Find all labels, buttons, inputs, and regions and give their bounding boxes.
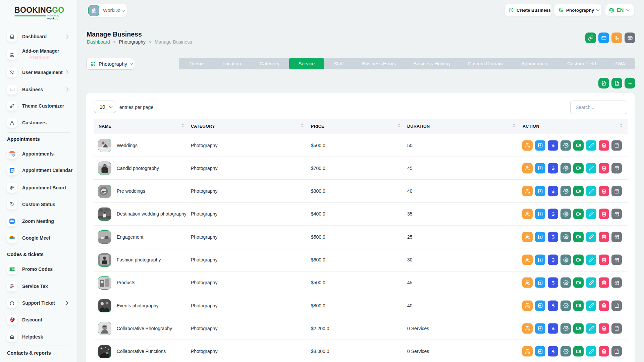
svg-text:31: 31 [11, 169, 13, 171]
svg-text:TAX: TAX [11, 284, 13, 285]
svg-text:%: % [10, 319, 12, 321]
svg-text:%: % [12, 268, 14, 271]
